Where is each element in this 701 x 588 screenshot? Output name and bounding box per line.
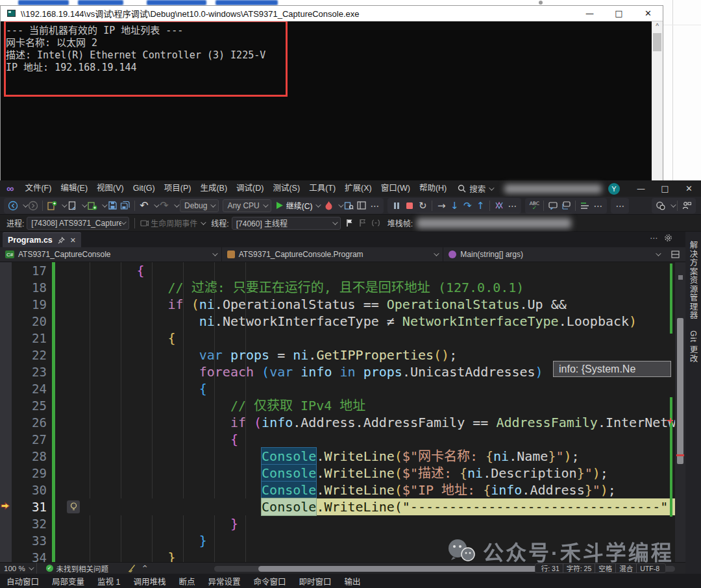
- more-toolbars-icon[interactable]: ⋯: [613, 199, 626, 213]
- code-line-31[interactable]: 31 Console.WriteLine("------------------…: [0, 498, 675, 515]
- send-feedback-icon[interactable]: [680, 199, 693, 213]
- split-window-icon[interactable]: [669, 247, 682, 262]
- code-line-25[interactable]: 25 // 仅获取 IPv4 地址: [0, 397, 675, 414]
- menu-item-6[interactable]: 调试(D): [232, 184, 268, 193]
- debug-overflow-icon[interactable]: ⋯: [506, 199, 519, 213]
- menu-item-11[interactable]: 帮助(H): [415, 184, 451, 193]
- menu-item-4[interactable]: 项目(P): [160, 184, 196, 193]
- redo-icon[interactable]: ↷: [158, 199, 171, 213]
- lifecycle-events-icon[interactable]: [138, 216, 151, 230]
- code-line-24[interactable]: 24 {: [0, 380, 675, 397]
- edit-overflow-icon[interactable]: ⋯: [591, 199, 604, 213]
- hot-reload-icon[interactable]: [322, 199, 335, 213]
- debugger-datatip[interactable]: info: {System.Ne: [553, 361, 671, 377]
- panel-tab-6[interactable]: 命令窗口: [252, 575, 288, 588]
- code-line-18[interactable]: 18 // 过滤: 只要正在运行的, 且不是回环地址 (127.0.0.1): [0, 279, 675, 296]
- vs-close-button[interactable]: ✕: [677, 180, 701, 197]
- code-line-19[interactable]: 19 if (ni.OperationalStatus == Operation…: [0, 296, 675, 313]
- menu-item-9[interactable]: 扩展(X): [340, 184, 376, 193]
- code-line-27[interactable]: 27 {: [0, 431, 675, 448]
- window-layout-icon[interactable]: [355, 199, 368, 213]
- flag-icon[interactable]: [343, 216, 356, 230]
- comment-icon[interactable]: [547, 199, 560, 213]
- code-line-17[interactable]: 17 {: [0, 262, 675, 279]
- pin-icon[interactable]: [58, 237, 65, 244]
- pause-icon[interactable]: [390, 199, 403, 213]
- panel-tab-4[interactable]: 断点: [177, 575, 196, 588]
- tab-git-changes[interactable]: Git 更改: [687, 330, 700, 363]
- copilot-icon[interactable]: [654, 199, 667, 213]
- code-line-21[interactable]: 21 {: [0, 330, 675, 347]
- chevron-down-icon[interactable]: [201, 219, 206, 225]
- flagged-threads-icon[interactable]: [369, 216, 382, 230]
- flag-outline-icon[interactable]: [356, 216, 369, 230]
- code-line-33[interactable]: 33 }: [0, 532, 675, 549]
- menu-item-2[interactable]: 视图(V): [92, 184, 129, 193]
- process-select[interactable]: [74308] ATS9371_CaptureCoı: [27, 217, 129, 230]
- console-scrollbar-thumb[interactable]: [653, 33, 661, 51]
- gear-icon[interactable]: [664, 234, 672, 244]
- step-into-icon[interactable]: ↓: [448, 199, 461, 213]
- navigate-back-icon[interactable]: [6, 199, 19, 213]
- save-icon[interactable]: [106, 199, 119, 213]
- toolbar-overflow-icon[interactable]: ⋯: [368, 199, 381, 213]
- panel-tab-1[interactable]: 局部变量: [51, 575, 86, 588]
- code-line-34[interactable]: 34 }: [0, 549, 675, 562]
- menu-item-7[interactable]: 测试(S): [268, 184, 304, 193]
- spell-check-icon[interactable]: ABC ✓: [528, 199, 541, 213]
- editor-scrollbar-thumb[interactable]: [677, 318, 683, 464]
- user-avatar[interactable]: Y: [608, 183, 620, 195]
- menu-item-0[interactable]: 文件(F): [20, 184, 56, 193]
- menu-item-10[interactable]: 窗口(W): [376, 184, 415, 193]
- panel-tab-5[interactable]: 异常设置: [207, 575, 242, 588]
- step-out-icon[interactable]: ↑: [474, 199, 487, 213]
- tab-program-cs[interactable]: Program.cs ✕: [3, 232, 81, 247]
- code-editor[interactable]: 17 {18 // 过滤: 只要正在运行的, 且不是回环地址 (127.0.0.…: [0, 262, 675, 562]
- step-over-icon[interactable]: ↷: [461, 199, 474, 213]
- console-minimize-button[interactable]: —: [575, 6, 604, 21]
- code-line-32[interactable]: 32 }: [0, 515, 675, 532]
- console-output-area[interactable]: --- 当前机器有效的 IP 地址列表 --- 网卡名称: 以太网 2 描述: …: [1, 21, 663, 180]
- tab-solution-explorer[interactable]: 解决方案资源管理器: [687, 241, 700, 320]
- breakpoint-margin[interactable]: [0, 262, 12, 562]
- menu-item-5[interactable]: 生成(B): [195, 184, 232, 193]
- panel-tab-8[interactable]: 输出: [343, 575, 362, 588]
- lifecycle-events-label[interactable]: 生命周期事件: [151, 217, 197, 228]
- tab-close-icon[interactable]: ✕: [70, 236, 76, 245]
- zoom-select[interactable]: 100 %: [0, 563, 37, 574]
- code-line-26[interactable]: 26 if (info.Address.AddressFamily == Add…: [0, 414, 675, 431]
- editor-vertical-scrollbar[interactable]: [675, 262, 685, 562]
- chevron-down-icon[interactable]: [174, 202, 179, 207]
- code-line-29[interactable]: 29 Console.WriteLine($"描述: {ni.Descripti…: [0, 465, 675, 482]
- format-indent-icon[interactable]: [578, 199, 591, 213]
- show-next-statement-icon[interactable]: →: [435, 199, 448, 213]
- panel-tab-0[interactable]: 自动窗口: [5, 575, 40, 588]
- panel-tab-2[interactable]: 监视 1: [96, 575, 121, 588]
- uncomment-icon[interactable]: [560, 199, 572, 213]
- breadcrumb-class[interactable]: ATS9371_CaptureConsole.Program: [222, 247, 444, 262]
- vs-maximize-button[interactable]: □: [653, 180, 677, 197]
- tab-overflow-icon[interactable]: ⋯: [650, 234, 658, 244]
- parallel-stacks-icon[interactable]: [493, 199, 506, 213]
- menu-item-8[interactable]: 工具(T): [304, 184, 340, 193]
- scroll-up-icon[interactable]: ^: [652, 23, 663, 30]
- navigate-forward-icon[interactable]: [27, 199, 40, 213]
- menu-item-1[interactable]: 编辑(E): [56, 184, 92, 193]
- platform-select[interactable]: Any CPU: [223, 199, 271, 212]
- menu-item-3[interactable]: Git(G): [129, 184, 160, 193]
- lightbulb-icon[interactable]: [67, 500, 80, 513]
- search-box[interactable]: 搜索: [458, 182, 493, 195]
- code-line-28[interactable]: 28 Console.WriteLine($"网卡名称: {ni.Name}")…: [0, 448, 675, 465]
- panel-tab-7[interactable]: 即时窗口: [298, 575, 333, 588]
- undo-icon[interactable]: ↶: [138, 199, 151, 213]
- console-scrollbar[interactable]: ^: [652, 21, 663, 180]
- stop-debug-icon[interactable]: [403, 199, 416, 213]
- save-all-icon[interactable]: [119, 199, 132, 213]
- code-line-20[interactable]: 20 ni.NetworkInterfaceType ≠ NetworkInte…: [0, 313, 675, 330]
- console-maximize-button[interactable]: □: [604, 6, 633, 21]
- code-line-30[interactable]: 30 Console.WriteLine($"IP 地址: {info.Addr…: [0, 482, 675, 498]
- new-project-icon[interactable]: [45, 199, 58, 213]
- panel-tab-3[interactable]: 调用堆栈: [132, 575, 167, 588]
- continue-button[interactable]: 继续(C): [273, 200, 323, 211]
- configuration-select[interactable]: Debug: [180, 199, 219, 212]
